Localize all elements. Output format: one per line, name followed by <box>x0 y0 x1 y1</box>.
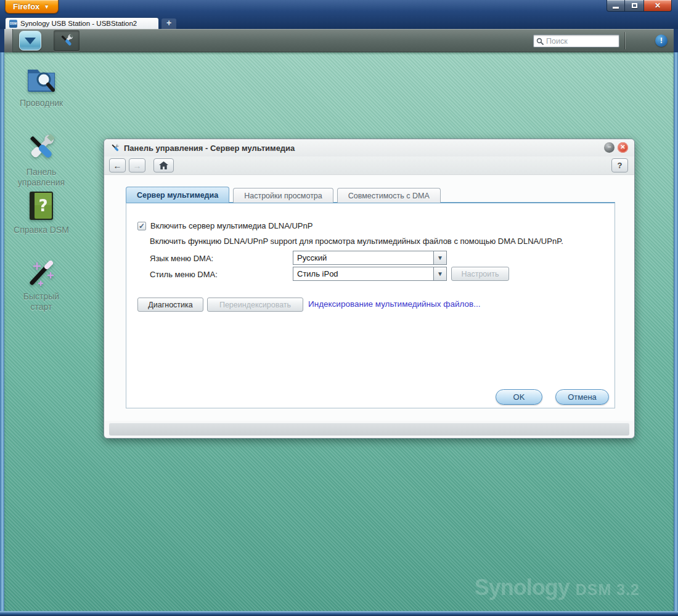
maximize-button[interactable] <box>625 0 643 12</box>
taskbar-separator <box>624 32 625 49</box>
window-border-left <box>0 52 4 611</box>
enable-media-server-checkbox[interactable]: ✓ <box>137 222 146 230</box>
minimize-button[interactable] <box>607 0 625 12</box>
home-button[interactable] <box>153 158 174 172</box>
chevron-down-icon: ▼ <box>44 4 49 10</box>
dialog-title: Панель управления - Сервер мультимедиа <box>124 144 295 153</box>
dma-style-label: Стиль меню DMA: <box>150 270 218 279</box>
dialog-titlebar[interactable]: Панель управления - Сервер мультимедиа –… <box>104 139 634 156</box>
cancel-button[interactable]: Отмена <box>555 389 609 405</box>
firefox-menu-button[interactable]: Firefox ▼ <box>5 0 59 14</box>
control-panel-dialog: Панель управления - Сервер мультимедиа –… <box>104 139 635 439</box>
close-icon: ✕ <box>655 1 661 10</box>
browser-tab[interactable]: DSM Synology USB Station - USBStation2 <box>5 17 159 29</box>
magic-wand-icon <box>26 257 57 288</box>
dialog-close-button[interactable]: ✕ <box>618 142 628 153</box>
reindex-button[interactable]: Переиндексировать <box>207 298 303 312</box>
browser-titlebar: Firefox ▼ ✕ DSM Synology USB Station - U… <box>0 0 678 29</box>
close-window-button[interactable]: ✕ <box>643 0 672 12</box>
tab-media-server[interactable]: Сервер мультимедиа <box>126 187 229 203</box>
desktop-icon-label: Проводник <box>20 98 63 108</box>
desktop-icon-label: Справка DSM <box>14 225 69 235</box>
dialog-footer <box>109 423 629 436</box>
search-input[interactable] <box>546 37 608 46</box>
watermark-brand: Synology <box>475 575 570 601</box>
dsm-desktop: Проводник Панель управления ? Справка DS… <box>4 52 674 611</box>
minimize-icon <box>613 7 619 9</box>
enable-media-server-label[interactable]: Включить сервер мультимедиа DLNA/UPnP <box>150 221 312 230</box>
tools-icon <box>59 33 75 49</box>
dma-language-select[interactable]: Русский ▼ <box>293 251 447 265</box>
main-menu-button[interactable] <box>19 31 41 51</box>
notification-icon[interactable]: ! <box>655 34 668 47</box>
back-button[interactable]: ← <box>109 158 126 172</box>
svg-text:?: ? <box>38 197 47 215</box>
chevron-down-icon[interactable]: ▼ <box>433 251 446 264</box>
dsm-taskbar: ! <box>4 29 674 52</box>
search-icon <box>536 38 544 45</box>
dsm-favicon-icon: DSM <box>9 20 17 28</box>
firefox-menu-label: Firefox <box>13 2 39 11</box>
show-desktop-button[interactable] <box>4 29 13 52</box>
watermark-version: DSM 3.2 <box>576 581 640 599</box>
desktop-icon-quick-start[interactable]: Быстрый старт <box>12 257 71 312</box>
tools-icon <box>25 131 57 163</box>
dialog-nav-bar: ← → ? <box>104 156 634 175</box>
control-panel-taskbar-button[interactable] <box>54 30 80 51</box>
indexing-status-link[interactable]: Индексирование мультимедийных файлов... <box>308 299 480 309</box>
window-controls: ✕ <box>607 0 672 12</box>
desktop-icon-label: Быстрый старт <box>12 291 71 312</box>
dma-style-value: Стиль iPod <box>293 267 433 280</box>
configure-button[interactable]: Настроить <box>451 267 509 281</box>
ok-button[interactable]: OK <box>496 389 542 405</box>
media-server-description: Включить функцию DLNA/UPnP support для п… <box>150 237 563 246</box>
desktop-icon-control-panel[interactable]: Панель управления <box>12 131 71 188</box>
new-tab-button[interactable]: + <box>161 18 176 29</box>
window-border-bottom <box>0 611 678 616</box>
folder-search-icon <box>25 63 57 94</box>
desktop-icon-dsm-help[interactable]: ? Справка DSM <box>12 190 71 235</box>
forward-button[interactable]: → <box>129 158 145 172</box>
dialog-minimize-button[interactable]: – <box>604 142 615 153</box>
dialog-help-button[interactable]: ? <box>611 158 628 172</box>
tab-dma-compatibility[interactable]: Совместимость с DMA <box>337 188 441 203</box>
search-box[interactable] <box>533 34 619 47</box>
diagnose-button[interactable]: Диагностика <box>137 298 203 312</box>
tab-browse-settings[interactable]: Настройки просмотра <box>233 188 333 203</box>
arrow-down-icon <box>25 38 36 44</box>
tools-icon <box>110 143 120 153</box>
chevron-down-icon[interactable]: ▼ <box>433 267 446 280</box>
dma-style-select[interactable]: Стиль iPod ▼ <box>293 267 447 281</box>
dialog-tabs: Сервер мультимедиа Настройки просмотра С… <box>126 187 441 203</box>
dsm-watermark: Synology DSM 3.2 <box>475 575 640 601</box>
dma-language-value: Русский <box>293 251 433 264</box>
dma-language-label: Язык меню DMA: <box>150 254 213 263</box>
media-server-panel: ✓ Включить сервер мультимедиа DLNA/UPnP … <box>126 202 615 408</box>
maximize-icon <box>632 3 637 8</box>
help-book-icon: ? <box>27 190 55 221</box>
home-icon <box>159 161 168 169</box>
desktop-icon-label: Панель управления <box>12 167 71 188</box>
desktop-icon-file-browser[interactable]: Проводник <box>12 63 71 108</box>
window-border-right <box>674 52 678 611</box>
browser-tab-title: Synology USB Station - USBStation2 <box>20 20 137 27</box>
